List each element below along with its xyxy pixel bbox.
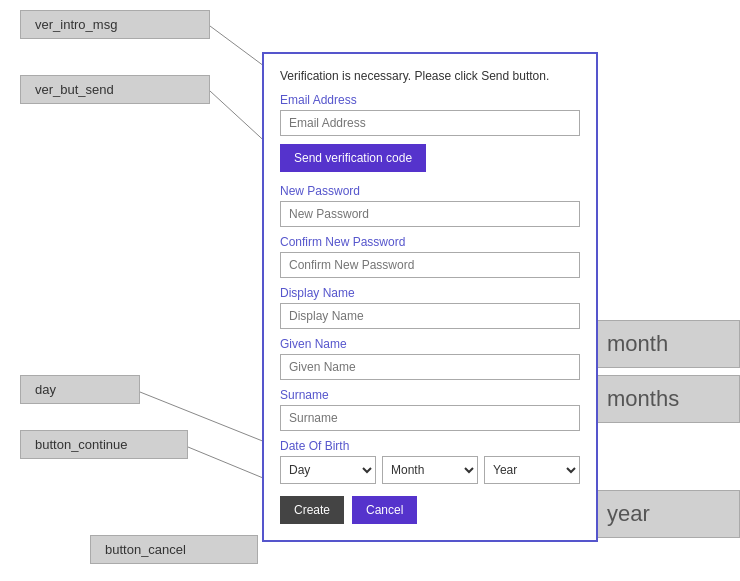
month-select[interactable]: Month <box>382 456 478 484</box>
create-button[interactable]: Create <box>280 496 344 524</box>
display-name-label: Display Name <box>280 286 580 300</box>
given-name-input[interactable] <box>280 354 580 380</box>
year-select[interactable]: Year <box>484 456 580 484</box>
surname-input[interactable] <box>280 405 580 431</box>
display-name-input[interactable] <box>280 303 580 329</box>
new-password-input[interactable] <box>280 201 580 227</box>
registration-form: Verification is necessary. Please click … <box>262 52 598 542</box>
ver-intro-msg-label: ver_intro_msg <box>20 10 210 39</box>
surname-label: Surname <box>280 388 580 402</box>
email-input[interactable] <box>280 110 580 136</box>
year-annotation-label: year <box>588 490 740 538</box>
dob-label: Date Of Birth <box>280 439 580 453</box>
send-verification-button[interactable]: Send verification code <box>280 144 426 172</box>
cancel-button[interactable]: Cancel <box>352 496 417 524</box>
day-label: day <box>20 375 140 404</box>
intro-message: Verification is necessary. Please click … <box>280 68 580 85</box>
dob-row: Day Month Year <box>280 456 580 484</box>
day-select[interactable]: Day <box>280 456 376 484</box>
button-cancel-label: button_cancel <box>90 535 258 564</box>
given-name-label: Given Name <box>280 337 580 351</box>
months-annotation-label: months <box>588 375 740 423</box>
confirm-password-input[interactable] <box>280 252 580 278</box>
ver-but-send-label: ver_but_send <box>20 75 210 104</box>
month-annotation-label: month <box>588 320 740 368</box>
new-password-label: New Password <box>280 184 580 198</box>
email-label: Email Address <box>280 93 580 107</box>
button-continue-label: button_continue <box>20 430 188 459</box>
confirm-password-label: Confirm New Password <box>280 235 580 249</box>
action-row: Create Cancel <box>280 496 580 524</box>
